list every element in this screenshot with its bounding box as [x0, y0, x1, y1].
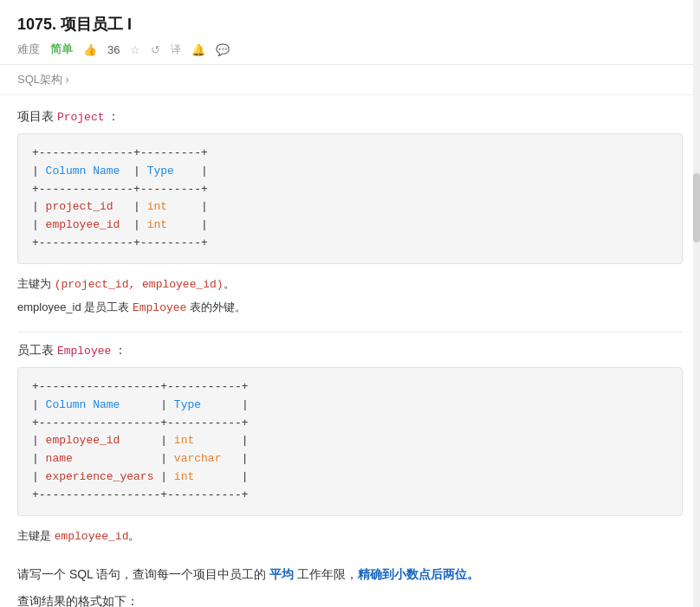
like-icon[interactable]: 👍: [83, 43, 97, 56]
main-content: 项目表 Project ： +--------------+---------+…: [0, 95, 700, 607]
employee-colon: ：: [114, 343, 126, 357]
like-count: 36: [107, 43, 120, 56]
emphasis-average: 平均: [269, 567, 294, 581]
emphasis-precision: 精确到小数点后两位。: [358, 567, 479, 581]
employee-section-title: 员工表 Employee ：: [17, 343, 683, 358]
project-note2: employee_id 是员工表 Employee 表的外键。: [17, 298, 683, 318]
employee-note1: 主键是 employee_id。: [17, 526, 683, 546]
title-row: 1075. 项目员工 I: [17, 14, 683, 35]
employee-table-code: +------------------+-----------+ | Colum…: [17, 367, 683, 516]
problem-title-text: 项目员工 I: [61, 16, 132, 33]
header: 1075. 项目员工 I 难度 简单 👍 36 ☆ ↺ 译 🔔 💬: [0, 0, 700, 65]
refresh-icon[interactable]: ↺: [151, 43, 160, 56]
scrollbar-thumb[interactable]: [693, 173, 700, 242]
star-icon[interactable]: ☆: [130, 43, 140, 56]
difficulty-label: 难度: [17, 42, 40, 57]
footer: CSDN @SSS4362: [586, 604, 700, 607]
result-format-text: 查询结果的格式如下：: [17, 591, 683, 607]
bell-icon[interactable]: 🔔: [191, 43, 205, 56]
query-description: 请写一个 SQL 语句，查询每一个项目中员工的 平均 工作年限，精确到小数点后两…: [17, 564, 683, 585]
translate-icon[interactable]: 译: [171, 42, 181, 57]
employee-table-name: Employee: [57, 345, 111, 358]
divider1: [17, 332, 683, 333]
meta-row: 难度 简单 👍 36 ☆ ↺ 译 🔔 💬: [17, 42, 683, 57]
query-section: 请写一个 SQL 语句，查询每一个项目中员工的 平均 工作年限，精确到小数点后两…: [17, 564, 683, 607]
breadcrumb-link[interactable]: SQL架构 ›: [17, 73, 69, 86]
project-table-name: Project: [57, 111, 105, 124]
project-note1: 主键为 (project_id, employee_id)。: [17, 274, 683, 294]
project-section-title: 项目表 Project ：: [17, 109, 683, 125]
project-label: 项目表: [17, 109, 54, 123]
breadcrumb[interactable]: SQL架构 ›: [0, 65, 700, 95]
employee-label: 员工表: [17, 343, 54, 357]
project-colon: ：: [107, 109, 120, 123]
difficulty-value: 简单: [50, 42, 73, 57]
project-section: 项目表 Project ： +--------------+---------+…: [17, 109, 683, 318]
comment-icon[interactable]: 💬: [216, 43, 230, 56]
page-title: 1075. 项目员工 I: [17, 14, 132, 35]
project-table-code: +--------------+---------+ | Column Name…: [17, 133, 683, 264]
employee-section: 员工表 Employee ： +------------------+-----…: [17, 343, 683, 546]
scrollbar[interactable]: [693, 0, 700, 607]
problem-number: 1075.: [17, 16, 56, 33]
